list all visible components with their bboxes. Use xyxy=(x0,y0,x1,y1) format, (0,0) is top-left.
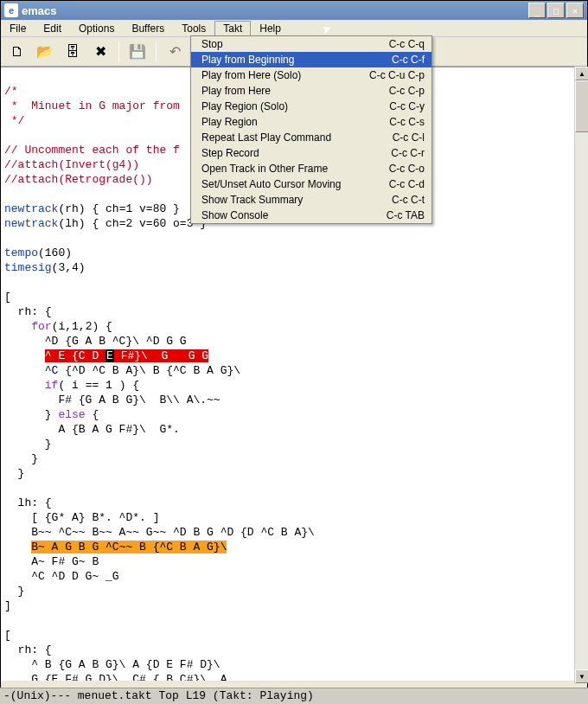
dd-play-region[interactable]: Play RegionC-c C-s xyxy=(191,114,431,130)
scroll-up-icon[interactable]: ▲ xyxy=(575,67,588,80)
code-line xyxy=(4,349,45,362)
code-line: F# {G A B G}\ B\\ A\.~~ xyxy=(4,394,220,406)
dd-track-summary[interactable]: Show Track SummaryC-c C-t xyxy=(191,192,431,208)
menu-edit[interactable]: Edit xyxy=(35,21,70,36)
menu-takt[interactable]: Takt xyxy=(214,21,251,36)
window-buttons: _ □ ✕ xyxy=(528,3,584,18)
menu-buffers[interactable]: Buffers xyxy=(123,21,173,36)
menu-tools[interactable]: Tools xyxy=(173,21,214,36)
code-line xyxy=(4,320,31,333)
code-line: ( i == 1 ) { xyxy=(58,379,139,392)
code-line: { xyxy=(86,408,99,421)
code-line: * Minuet in G major from xyxy=(4,99,180,112)
code-line: A~ F# G~ B xyxy=(4,555,99,568)
takt-dropdown: StopC-c C-q Play from BeginningC-c C-f P… xyxy=(190,35,432,224)
kill-buffer-icon[interactable]: ✖ xyxy=(89,41,112,63)
menu-options[interactable]: Options xyxy=(70,21,123,36)
code-line: newtrack xyxy=(4,217,58,230)
code-line: */ xyxy=(4,114,24,127)
code-line: B~~ ^C~~ B~~ A~~ G~~ ^D B G ^D {D ^C B A… xyxy=(4,526,315,539)
code-line: } xyxy=(4,438,52,451)
dd-play-from-here-solo[interactable]: Play from Here (Solo)C-c C-u C-p xyxy=(191,67,431,83)
code-line: (160) xyxy=(38,246,72,259)
dd-play-from-here[interactable]: Play from HereC-c C-p xyxy=(191,83,431,99)
dd-repeat-last[interactable]: Repeat Last Play CommandC-c C-l xyxy=(191,130,431,145)
code-line: } xyxy=(4,408,58,421)
code-line: (lh) { ch=2 v=60 o=3 } xyxy=(58,217,207,230)
dd-auto-cursor[interactable]: Set/Unset Auto Cursor MovingC-c C-d xyxy=(191,176,431,192)
code-line: ] xyxy=(4,599,11,612)
dd-play-region-solo[interactable]: Play Region (Solo)C-c C-y xyxy=(191,99,431,114)
window-title: emacs xyxy=(22,4,528,17)
app-icon: e xyxy=(4,3,18,17)
code-line: ^C ^D D G~ _G xyxy=(4,570,119,583)
code-line: } xyxy=(4,467,24,480)
directory-icon[interactable]: 🗄 xyxy=(61,41,84,63)
scroll-thumb[interactable] xyxy=(575,80,588,132)
code-line xyxy=(4,379,45,392)
code-line: } xyxy=(4,452,38,465)
play-cursor-lh: B~ A G B G ^C~~ B {^C B A G}\ xyxy=(31,541,227,554)
separator xyxy=(118,42,119,62)
code-line: rh: { xyxy=(4,643,52,656)
separator xyxy=(156,42,157,62)
undo-icon[interactable]: ↶ xyxy=(163,41,186,63)
code-line: timesig xyxy=(4,261,52,274)
open-file-icon[interactable]: 📂 xyxy=(34,41,56,63)
code-line: (i,1,2) { xyxy=(52,320,112,333)
save-icon[interactable]: 💾 xyxy=(126,41,149,63)
code-line: for xyxy=(31,320,51,333)
menu-help[interactable]: Help xyxy=(251,21,290,36)
code-line: [ xyxy=(4,291,11,304)
close-button[interactable]: ✕ xyxy=(566,3,584,18)
code-line: //attach(Retrograde()) xyxy=(4,173,153,186)
code-line: ^D {G A B ^C}\ ^D G G xyxy=(4,335,187,348)
titlebar: e emacs _ □ ✕ xyxy=(1,1,587,20)
code-line: lh: { xyxy=(4,496,52,509)
code-line: else xyxy=(58,408,85,421)
code-line: (rh) { ch=1 v=80 } xyxy=(58,202,179,215)
menu-file[interactable]: File xyxy=(1,21,35,36)
code-line: A {B A G F#}\ G*. xyxy=(4,423,180,436)
dd-play-from-beginning[interactable]: Play from BeginningC-c C-f xyxy=(191,52,431,67)
code-line: newtrack xyxy=(4,202,58,215)
code-line: [ {G* A} B*. ^D*. ] xyxy=(4,511,159,524)
code-line: /* xyxy=(4,85,18,98)
minimize-button[interactable]: _ xyxy=(528,3,546,18)
menubar: File Edit Options Buffers Tools Takt Hel… xyxy=(1,20,587,37)
code-line xyxy=(4,541,31,554)
code-line: } xyxy=(4,585,24,598)
scrollbar[interactable]: ▲ ▼ xyxy=(574,67,588,683)
code-line: // Uncomment each of the f xyxy=(4,144,180,157)
code-line: G {E F# G D}\ C# {_B C#}\ _A xyxy=(4,673,227,681)
code-line: ^C {^D ^C B A}\ B {^C B A G}\ xyxy=(4,364,240,377)
code-line: //attach(Invert(g4)) xyxy=(4,158,139,171)
code-line: if xyxy=(45,379,59,392)
code-line: tempo xyxy=(4,246,38,259)
code-line: ^ B {G A B G}\ A {D E F# D}\ xyxy=(4,658,220,671)
code-line: rh: { xyxy=(4,305,52,318)
modeline: -(Unix)--- menuet.takt Top L19 (Takt: Pl… xyxy=(0,688,588,704)
scroll-down-icon[interactable]: ▼ xyxy=(575,669,588,683)
dd-show-console[interactable]: Show ConsoleC-c TAB xyxy=(191,208,431,223)
new-file-icon[interactable]: 🗋 xyxy=(6,41,29,63)
maximize-button[interactable]: □ xyxy=(547,3,565,18)
dd-stop[interactable]: StopC-c C-q xyxy=(191,36,431,52)
dd-open-track-other-frame[interactable]: Open Track in Other FrameC-c C-o xyxy=(191,161,431,176)
code-line: (3,4) xyxy=(52,261,86,274)
dd-step-record[interactable]: Step RecordC-c C-r xyxy=(191,145,431,161)
play-cursor-rh: ^ E {C D E F#}\ G G G xyxy=(45,349,208,362)
code-line: [ xyxy=(4,629,11,642)
